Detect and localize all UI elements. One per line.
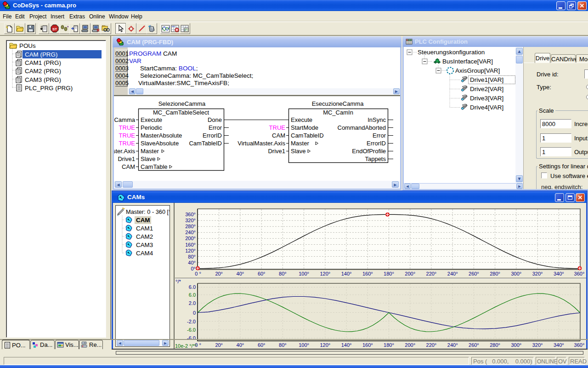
svg-text:CAM: CAM bbox=[122, 163, 135, 170]
svg-text:MasterAbsolute: MasterAbsolute bbox=[141, 132, 182, 139]
svg-text:SlaveAbsolute: SlaveAbsolute bbox=[141, 140, 179, 147]
svg-text:0 °: 0 ° bbox=[195, 271, 201, 276]
svg-text:ErrorID: ErrorID bbox=[203, 132, 222, 139]
svg-text:TRUE: TRUE bbox=[119, 132, 136, 139]
svg-text:CamTableID: CamTableID bbox=[291, 132, 324, 139]
svg-text:-6.0: -6.0 bbox=[187, 327, 196, 333]
svg-text:240°: 240° bbox=[185, 230, 196, 235]
svg-text:AxisGroup[VAR]: AxisGroup[VAR] bbox=[455, 67, 500, 74]
svg-text:320°: 320° bbox=[185, 218, 196, 223]
svg-text:Drive2[VAR]: Drive2[VAR] bbox=[470, 86, 503, 92]
svg-text:TRUE: TRUE bbox=[269, 124, 286, 131]
svg-text:340°: 340° bbox=[554, 342, 564, 348]
svg-text:Error: Error bbox=[373, 132, 386, 139]
svg-text:StartMode: StartMode bbox=[291, 124, 318, 131]
svg-text:6.0: 6.0 bbox=[189, 284, 196, 290]
svg-text:120°: 120° bbox=[320, 271, 330, 276]
svg-text:SelezioneCamma: SelezioneCamma bbox=[158, 100, 206, 107]
svg-text:220°: 220° bbox=[426, 342, 437, 348]
svg-text:40°: 40° bbox=[237, 342, 244, 348]
svg-text:Tappets: Tappets bbox=[365, 155, 386, 162]
svg-text:-6.0: -6.0 bbox=[187, 335, 196, 341]
svg-text:CAM: CAM bbox=[272, 132, 285, 139]
svg-text:Drive1: Drive1 bbox=[118, 155, 135, 162]
svg-text:300°: 300° bbox=[511, 271, 521, 276]
svg-text:240°: 240° bbox=[447, 271, 458, 276]
svg-text:220°: 220° bbox=[426, 271, 437, 276]
svg-text:160°: 160° bbox=[185, 242, 196, 247]
svg-text:6.0: 6.0 bbox=[189, 292, 196, 298]
svg-text:240°: 240° bbox=[447, 342, 458, 348]
svg-text:Periodic: Periodic bbox=[141, 124, 162, 131]
svg-text:CamTableID: CamTableID bbox=[189, 140, 222, 147]
svg-text:VirtualMaster.Axis: VirtualMaster.Axis bbox=[237, 140, 285, 147]
svg-text:320°: 320° bbox=[532, 342, 543, 348]
svg-text:180°: 180° bbox=[384, 271, 394, 276]
svg-text:360°: 360° bbox=[574, 271, 585, 276]
svg-text:Execute: Execute bbox=[141, 116, 162, 123]
svg-text:80°: 80° bbox=[279, 271, 287, 276]
svg-text:20°: 20° bbox=[215, 271, 223, 276]
svg-text:260°: 260° bbox=[469, 342, 479, 348]
svg-text:ErrorID: ErrorID bbox=[367, 140, 386, 147]
svg-text:Execute: Execute bbox=[291, 116, 312, 123]
svg-text:40°: 40° bbox=[237, 271, 244, 276]
svg-text:10e-2 °/*°: 10e-2 °/*° bbox=[175, 343, 197, 349]
svg-text:ST: ST bbox=[52, 27, 57, 31]
svg-text:280°: 280° bbox=[185, 224, 196, 229]
svg-text:20°: 20° bbox=[215, 342, 223, 348]
svg-text:Master: Master bbox=[141, 148, 159, 155]
svg-text:MC_CamTableSelect: MC_CamTableSelect bbox=[153, 109, 209, 116]
svg-text:100°: 100° bbox=[299, 342, 309, 348]
svg-text:100°: 100° bbox=[299, 271, 309, 276]
svg-text:280°: 280° bbox=[490, 271, 500, 276]
svg-text:200°: 200° bbox=[185, 236, 196, 241]
svg-text:Steuerungskonfiguration: Steuerungskonfiguration bbox=[418, 49, 485, 56]
svg-text:InSync: InSync bbox=[368, 116, 386, 123]
svg-text:TRUE: TRUE bbox=[119, 140, 136, 147]
svg-text:°/*: °/* bbox=[175, 279, 181, 284]
svg-text:60°: 60° bbox=[258, 271, 266, 276]
svg-text:360°: 360° bbox=[574, 342, 585, 348]
svg-text:Done: Done bbox=[208, 116, 222, 123]
svg-text:160°: 160° bbox=[362, 271, 373, 276]
svg-text:320°: 320° bbox=[532, 271, 543, 276]
svg-text:2.0: 2.0 bbox=[189, 300, 196, 306]
svg-text:Drive1: Drive1 bbox=[268, 148, 285, 155]
svg-text:280°: 280° bbox=[490, 342, 500, 348]
svg-text:Drive4[VAR]: Drive4[VAR] bbox=[470, 104, 503, 111]
svg-text:140°: 140° bbox=[341, 271, 352, 276]
svg-text:CamTable: CamTable bbox=[141, 163, 168, 170]
svg-text:Master: Master bbox=[291, 140, 309, 147]
svg-text:80°: 80° bbox=[279, 342, 287, 348]
svg-text:MC_CamIn: MC_CamIn bbox=[323, 109, 353, 116]
svg-text:120°: 120° bbox=[185, 248, 196, 253]
svg-text:VirtualMaster.Axis: VirtualMaster.Axis bbox=[114, 148, 136, 155]
svg-text:Slave: Slave bbox=[141, 155, 156, 162]
svg-text:300°: 300° bbox=[511, 342, 521, 348]
svg-text:360°: 360° bbox=[185, 212, 196, 217]
svg-text:EndOfProfile: EndOfProfile bbox=[352, 148, 386, 155]
svg-text:Camma: Camma bbox=[114, 116, 135, 123]
svg-text:60°: 60° bbox=[258, 342, 266, 348]
svg-text:160°: 160° bbox=[362, 342, 373, 348]
svg-text:Slave: Slave bbox=[291, 148, 306, 155]
svg-text:0: 0 bbox=[193, 310, 196, 316]
svg-text:200°: 200° bbox=[405, 342, 415, 348]
svg-text:40°: 40° bbox=[188, 260, 196, 265]
svg-text:200°: 200° bbox=[405, 271, 415, 276]
svg-text:CommandAborted: CommandAborted bbox=[338, 124, 386, 131]
svg-text:-2.0: -2.0 bbox=[187, 319, 196, 324]
svg-text:340°: 340° bbox=[554, 271, 564, 276]
svg-text:260°: 260° bbox=[469, 271, 479, 276]
svg-text:180°: 180° bbox=[384, 342, 394, 348]
svg-text:140°: 140° bbox=[341, 342, 352, 348]
svg-text:80°: 80° bbox=[188, 254, 196, 259]
svg-text:Drive1[VAR]: Drive1[VAR] bbox=[470, 76, 503, 83]
svg-text:BusInterface[VAR]: BusInterface[VAR] bbox=[442, 58, 493, 65]
svg-text:EsecuzioneCamma: EsecuzioneCamma bbox=[312, 100, 364, 107]
svg-text:120°: 120° bbox=[320, 342, 330, 348]
svg-text:Drive3[VAR]: Drive3[VAR] bbox=[470, 95, 503, 102]
svg-text:TRUE: TRUE bbox=[119, 124, 136, 131]
svg-text:Error: Error bbox=[209, 124, 222, 131]
